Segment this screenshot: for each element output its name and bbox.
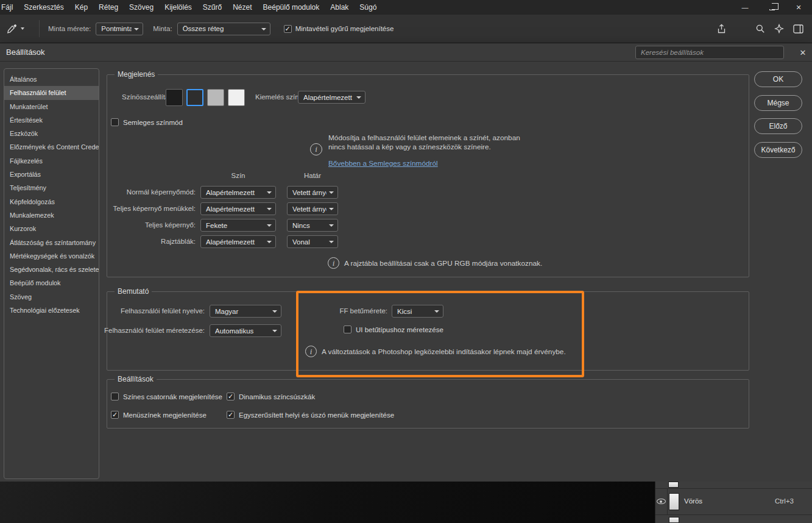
- sidebar-item-export[interactable]: Exportálás: [4, 168, 99, 181]
- select-value: Alapértelmezett: [303, 94, 354, 101]
- presentation-group: Bemutató Felhasználói felület nyelve: Ma…: [107, 291, 749, 371]
- prev-button[interactable]: Előző: [754, 118, 802, 134]
- dialog-close-button[interactable]: ✕: [797, 46, 809, 59]
- sample-size-label: Minta mérete:: [48, 25, 91, 32]
- sidebar-item-tech-previews[interactable]: Technológiai előzetesek: [4, 304, 99, 317]
- menu-edit[interactable]: Szerkesztés: [18, 0, 69, 15]
- select-value: Alapértelmezett: [206, 189, 264, 196]
- screen-mode-border-select[interactable]: Vetett árnyék: [287, 186, 338, 199]
- sidebar-item-file-handling[interactable]: Fájlkezelés: [4, 154, 99, 168]
- artboards-color-select[interactable]: Alapértelmezett: [200, 235, 276, 248]
- fullscreen-color-select[interactable]: Fekete: [200, 219, 276, 232]
- minimize-icon: —: [742, 4, 749, 11]
- scale-ui-to-font-checkbox[interactable]: [344, 326, 351, 333]
- tool-options-bar: Minta mérete: Pontminta Minta: Összes ré…: [0, 15, 812, 43]
- select-value: Automatikus: [215, 327, 270, 335]
- sidebar-item-scratch-disks[interactable]: Munkalemezek: [4, 208, 99, 222]
- menu-bar: Fájl Szerkesztés Kép Réteg Szöveg Kijelö…: [0, 0, 382, 15]
- menu-help[interactable]: Súgó: [354, 0, 382, 15]
- menu-filter[interactable]: Szűrő: [197, 0, 227, 15]
- sidebar-item-history[interactable]: Előzmények és Content Credentials: [4, 140, 99, 154]
- sidebar-item-plugins[interactable]: Beépülő modulok: [4, 276, 99, 290]
- ok-button[interactable]: OK: [754, 71, 802, 87]
- ui-language-select[interactable]: Magyar: [210, 305, 281, 318]
- workspace-icon[interactable]: [793, 24, 803, 34]
- fullscreen-border-select[interactable]: Nincs: [287, 219, 338, 232]
- dynamic-sliders-checkbox[interactable]: [227, 393, 235, 400]
- preferences-search-input[interactable]: [635, 46, 784, 59]
- menu-window[interactable]: Ablak: [325, 0, 354, 15]
- fullscreen-menus-border-select[interactable]: Vetett árnyék: [287, 202, 338, 215]
- sample-size-select[interactable]: Pontminta: [96, 23, 143, 35]
- screen-mode-color-select[interactable]: Alapértelmezett: [200, 186, 276, 199]
- sample-select[interactable]: Összes réteg: [177, 23, 270, 35]
- sidebar-item-general[interactable]: Általános: [4, 73, 99, 86]
- sidebar-item-notifications[interactable]: Értesítések: [4, 113, 99, 127]
- column-header-border: Határ: [287, 172, 338, 179]
- sidebar-item-units-rulers[interactable]: Mértékegységek és vonalzók: [4, 249, 99, 263]
- channels-panel-fragment: Vörös Ctrl+3: [655, 482, 812, 523]
- chevron-down-icon: [261, 28, 266, 30]
- menu-colors-checkbox[interactable]: [111, 411, 119, 419]
- chevron-down-icon: [134, 28, 139, 30]
- ui-font-size-select[interactable]: Kicsi: [392, 305, 443, 318]
- select-value: Vonal: [292, 238, 327, 246]
- sidebar-item-interface[interactable]: Felhasználói felület: [4, 86, 99, 99]
- theme-swatch-dark-selected[interactable]: [186, 89, 203, 106]
- theme-swatch-darkest[interactable]: [166, 89, 183, 106]
- chevron-down-icon: [267, 241, 272, 243]
- options-separator: [39, 20, 40, 37]
- visibility-eye-icon[interactable]: [657, 499, 666, 504]
- sampling-ring-checkbox[interactable]: [284, 25, 292, 33]
- tool-preset-picker[interactable]: [6, 23, 35, 34]
- artboards-border-select[interactable]: Vonal: [287, 235, 338, 248]
- neutral-mode-checkbox[interactable]: [111, 118, 119, 126]
- neutral-mode-info-text: Módosítja a felhasználói felület elemein…: [328, 133, 538, 152]
- close-button[interactable]: ✕: [785, 0, 812, 15]
- sidebar-item-image-processing[interactable]: Képfeldolgozás: [4, 195, 99, 208]
- menu-view[interactable]: Nézet: [227, 0, 257, 15]
- menu-image[interactable]: Kép: [69, 0, 93, 15]
- sidebar-item-guides-grid[interactable]: Segédvonalak, rács és szeletek: [4, 263, 99, 276]
- sidebar-item-transparency[interactable]: Átlátszóság és színtartomány: [4, 236, 99, 249]
- select-value: Vetett árnyék: [292, 189, 327, 196]
- sidebar-item-type[interactable]: Szöveg: [4, 290, 99, 304]
- channel-row-red[interactable]: Vörös Ctrl+3: [655, 489, 812, 514]
- share-button[interactable]: [716, 24, 727, 34]
- appearance-group-title: Megjelenés: [115, 70, 158, 79]
- channel-thumbnail: [669, 517, 679, 523]
- restart-info-text: A változtatások a Photoshop legközelebbi…: [322, 347, 566, 357]
- sidebar-item-tools[interactable]: Eszközök: [4, 127, 99, 140]
- fullscreen-menus-color-select[interactable]: Alapértelmezett: [200, 202, 276, 215]
- highlight-color-select[interactable]: Alapértelmezett: [298, 91, 365, 104]
- color-channels-checkbox[interactable]: [111, 393, 119, 400]
- next-button[interactable]: Következő: [754, 142, 802, 158]
- discover-icon[interactable]: [774, 24, 784, 34]
- select-value: Kicsi: [397, 308, 432, 315]
- neutral-mode-link[interactable]: Bővebben a Semleges színmódról: [328, 159, 438, 168]
- cancel-button[interactable]: Mégse: [754, 95, 802, 111]
- select-value: Vetett árnyék: [292, 205, 327, 213]
- chevron-down-icon: [21, 27, 24, 30]
- menu-plugins[interactable]: Beépülő modulok: [258, 0, 325, 15]
- presentation-group-title: Bemutató: [115, 287, 152, 296]
- maximize-button[interactable]: [758, 0, 785, 15]
- eye-column-divider: [667, 489, 668, 514]
- menu-layer[interactable]: Réteg: [93, 0, 124, 15]
- scale-ui-to-font-label: UI betűtípushoz méretezése: [356, 326, 443, 333]
- chevron-down-icon: [356, 96, 361, 99]
- simplified-menus-checkbox[interactable]: [227, 411, 235, 419]
- theme-swatch-light[interactable]: [207, 89, 224, 106]
- sidebar-item-workspace[interactable]: Munkaterület: [4, 100, 99, 113]
- ui-scaling-select[interactable]: Automatikus: [210, 324, 281, 337]
- sidebar-item-cursors[interactable]: Kurzorok: [4, 222, 99, 235]
- menu-file[interactable]: Fájl: [0, 0, 18, 15]
- theme-swatch-lightest[interactable]: [228, 89, 245, 106]
- minimize-button[interactable]: —: [732, 0, 758, 15]
- ui-language-label: Felhasználói felület nyelve:: [121, 307, 205, 315]
- info-icon: i: [328, 257, 339, 269]
- search-icon[interactable]: [755, 24, 765, 34]
- menu-select[interactable]: Kijelölés: [159, 0, 197, 15]
- sidebar-item-performance[interactable]: Teljesítmény: [4, 181, 99, 194]
- menu-type[interactable]: Szöveg: [124, 0, 159, 15]
